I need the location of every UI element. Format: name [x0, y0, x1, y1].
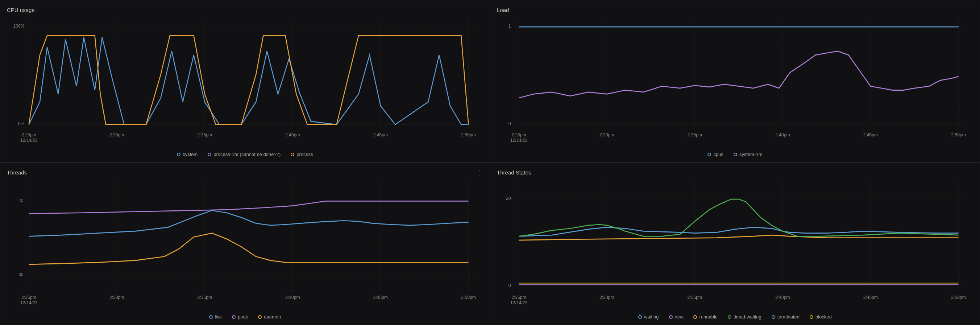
svg-text:2:35pm: 2:35pm	[687, 295, 702, 300]
legend-system: system	[177, 151, 197, 157]
legend-dot-terminated	[772, 315, 775, 319]
svg-text:2:40pm: 2:40pm	[775, 295, 790, 300]
legend-label-daemon: daemon	[264, 314, 281, 320]
svg-text:100%: 100%	[13, 24, 25, 29]
load-panel: Load 1 0 2:25pm 12/14/23 2:30pm 2:35pm 2…	[490, 0, 980, 162]
threads-chart: 40 30 2:25pm 12/14/23 2:30pm 2:35pm 2:40…	[7, 178, 483, 311]
legend-label-blocked: blocked	[815, 314, 832, 320]
legend-runnable: runnable	[693, 314, 718, 320]
legend-dot-timed-waiting	[728, 315, 731, 319]
thread-states-legend: waiting new runnable timed-waiting termi…	[497, 311, 973, 321]
legend-timed-waiting: timed-waiting	[728, 314, 762, 320]
svg-text:2:50pm: 2:50pm	[951, 295, 966, 300]
legend-dot-system	[177, 153, 180, 156]
svg-text:2:25pm: 2:25pm	[511, 295, 526, 300]
legend-daemon: daemon	[258, 314, 281, 320]
legend-dot-process	[291, 153, 294, 156]
svg-text:20: 20	[506, 196, 511, 201]
svg-text:12/14/23: 12/14/23	[20, 137, 37, 143]
svg-text:2:45pm: 2:45pm	[373, 295, 388, 300]
svg-text:2:35pm: 2:35pm	[197, 295, 212, 300]
legend-label-runnable: runnable	[699, 314, 718, 320]
legend-live: live	[209, 314, 222, 320]
legend-label-process-1hr: process-1hr (cannot be done??)	[213, 151, 280, 157]
svg-text:0: 0	[509, 121, 511, 126]
legend-dot-new	[669, 315, 673, 319]
legend-dot-live	[209, 315, 213, 319]
svg-text:12/14/23: 12/14/23	[20, 300, 37, 305]
svg-text:2:40pm: 2:40pm	[285, 132, 300, 137]
load-legend: cpus system-1m	[497, 149, 973, 159]
svg-text:2:50pm: 2:50pm	[461, 132, 476, 137]
svg-text:2:45pm: 2:45pm	[863, 132, 878, 137]
threads-legend: live peak daemon	[7, 311, 483, 321]
legend-cpus: cpus	[708, 151, 723, 157]
legend-terminated: terminated	[772, 314, 800, 320]
legend-blocked: blocked	[810, 314, 832, 320]
legend-label-peak: peak	[238, 314, 248, 320]
threads-panel: Threads ⋮ 40 30 2:25pm 12/14/23 2:30pm 2…	[0, 162, 490, 325]
svg-text:12/14/23: 12/14/23	[510, 137, 527, 143]
svg-text:2:25pm: 2:25pm	[21, 295, 36, 300]
svg-text:12/14/23: 12/14/23	[510, 300, 527, 305]
svg-text:2:40pm: 2:40pm	[285, 295, 300, 300]
cpu-usage-legend: system process-1hr (cannot be done??) pr…	[7, 149, 483, 159]
load-chart: 1 0 2:25pm 12/14/23 2:30pm 2:35pm 2:40pm…	[497, 16, 973, 149]
legend-label-system: system	[183, 151, 197, 157]
legend-waiting: waiting	[638, 314, 659, 320]
legend-process: process	[291, 151, 313, 157]
threads-menu[interactable]: ⋮	[477, 169, 484, 177]
legend-dot-system-1m	[733, 153, 737, 156]
svg-text:2:45pm: 2:45pm	[373, 132, 388, 137]
svg-text:0: 0	[509, 283, 511, 288]
legend-dot-daemon	[258, 315, 262, 319]
legend-label-live: live	[215, 314, 222, 320]
cpu-usage-panel: CPU usage 100% 0% 2:25pm 12/14/23 2:30pm…	[0, 0, 490, 162]
svg-text:1: 1	[509, 24, 511, 29]
legend-dot-blocked	[810, 315, 813, 319]
svg-text:2:25pm: 2:25pm	[511, 132, 526, 137]
legend-dot-process-1hr	[208, 153, 211, 156]
svg-text:2:50pm: 2:50pm	[461, 295, 476, 300]
svg-text:2:45pm: 2:45pm	[863, 295, 878, 300]
legend-label-timed-waiting: timed-waiting	[733, 314, 762, 320]
legend-label-terminated: terminated	[777, 314, 800, 320]
legend-label-process: process	[296, 151, 313, 157]
legend-process-1hr: process-1hr (cannot be done??)	[208, 151, 280, 157]
legend-dot-cpus	[708, 153, 711, 156]
legend-label-waiting: waiting	[644, 314, 659, 320]
cpu-usage-title: CPU usage	[7, 7, 483, 13]
legend-label-cpus: cpus	[713, 151, 723, 157]
svg-text:2:35pm: 2:35pm	[197, 132, 212, 137]
legend-peak: peak	[232, 314, 248, 320]
legend-label-new: new	[675, 314, 684, 320]
legend-system-1m: system-1m	[733, 151, 762, 157]
legend-new: new	[669, 314, 684, 320]
threads-title: Threads	[7, 169, 483, 175]
legend-dot-runnable	[693, 315, 697, 319]
svg-text:40: 40	[19, 198, 24, 203]
svg-text:2:25pm: 2:25pm	[21, 132, 36, 137]
svg-text:2:30pm: 2:30pm	[110, 295, 124, 300]
cpu-usage-chart: 100% 0% 2:25pm 12/14/23 2:30pm 2:35pm 2:…	[7, 16, 483, 149]
svg-text:30: 30	[19, 272, 24, 277]
svg-text:2:30pm: 2:30pm	[600, 295, 614, 300]
svg-text:2:30pm: 2:30pm	[600, 132, 614, 137]
legend-dot-peak	[232, 315, 235, 319]
thread-states-title: Thread States	[497, 169, 973, 175]
thread-states-chart: 20 0 2:25pm 12/14/23 2:30pm 2:35pm 2:40p…	[497, 178, 973, 311]
thread-states-panel: Thread States 20 0 2:25pm 12/14/23 2:30p…	[490, 162, 980, 325]
svg-text:2:30pm: 2:30pm	[110, 132, 124, 137]
svg-text:2:50pm: 2:50pm	[951, 132, 966, 137]
svg-text:2:40pm: 2:40pm	[775, 132, 790, 137]
svg-text:0%: 0%	[18, 121, 25, 126]
legend-dot-waiting	[638, 315, 642, 319]
load-title: Load	[497, 7, 973, 13]
legend-label-system-1m: system-1m	[739, 151, 762, 157]
svg-text:2:35pm: 2:35pm	[687, 132, 702, 137]
